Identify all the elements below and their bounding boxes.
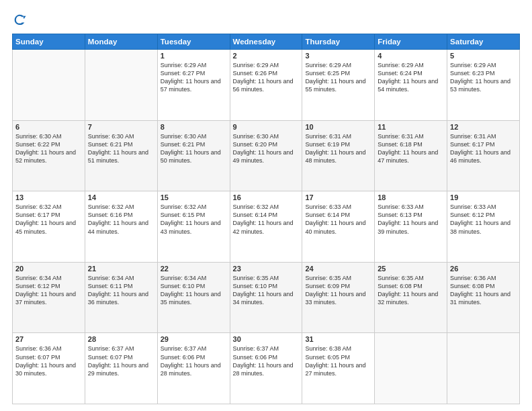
calendar-cell: 29Sunrise: 6:37 AM Sunset: 6:06 PM Dayli… bbox=[157, 333, 230, 404]
calendar-cell: 1Sunrise: 6:29 AM Sunset: 6:27 PM Daylig… bbox=[157, 50, 230, 121]
day-info: Sunrise: 6:30 AM Sunset: 6:22 PM Dayligh… bbox=[15, 132, 82, 165]
calendar-cell bbox=[85, 50, 157, 121]
day-info: Sunrise: 6:36 AM Sunset: 6:07 PM Dayligh… bbox=[15, 345, 82, 377]
day-number: 16 bbox=[233, 193, 300, 201]
calendar-cell: 10Sunrise: 6:31 AM Sunset: 6:19 PM Dayli… bbox=[302, 120, 375, 191]
day-number: 27 bbox=[15, 335, 82, 343]
day-info: Sunrise: 6:35 AM Sunset: 6:08 PM Dayligh… bbox=[378, 274, 444, 307]
calendar-cell bbox=[447, 333, 520, 404]
day-info: Sunrise: 6:34 AM Sunset: 6:11 PM Dayligh… bbox=[88, 274, 154, 307]
day-info: Sunrise: 6:29 AM Sunset: 6:23 PM Dayligh… bbox=[450, 61, 517, 94]
calendar-cell: 12Sunrise: 6:31 AM Sunset: 6:17 PM Dayli… bbox=[447, 120, 520, 191]
day-number: 23 bbox=[233, 265, 300, 273]
calendar-cell bbox=[13, 50, 85, 121]
day-number: 25 bbox=[378, 265, 444, 273]
day-info: Sunrise: 6:32 AM Sunset: 6:14 PM Dayligh… bbox=[233, 203, 300, 236]
day-info: Sunrise: 6:33 AM Sunset: 6:12 PM Dayligh… bbox=[450, 203, 517, 236]
day-number: 3 bbox=[305, 52, 371, 60]
calendar-cell: 22Sunrise: 6:34 AM Sunset: 6:10 PM Dayli… bbox=[157, 262, 230, 333]
calendar-cell: 2Sunrise: 6:29 AM Sunset: 6:26 PM Daylig… bbox=[230, 50, 302, 121]
day-info: Sunrise: 6:35 AM Sunset: 6:09 PM Dayligh… bbox=[305, 274, 371, 307]
day-info: Sunrise: 6:33 AM Sunset: 6:13 PM Dayligh… bbox=[378, 203, 444, 236]
logo-icon bbox=[12, 12, 27, 27]
day-number: 5 bbox=[450, 52, 517, 60]
col-header-monday: Monday bbox=[85, 34, 157, 50]
calendar-cell: 17Sunrise: 6:33 AM Sunset: 6:14 PM Dayli… bbox=[302, 191, 375, 263]
day-info: Sunrise: 6:30 AM Sunset: 6:21 PM Dayligh… bbox=[161, 132, 227, 165]
calendar-cell: 13Sunrise: 6:32 AM Sunset: 6:17 PM Dayli… bbox=[13, 191, 85, 263]
day-info: Sunrise: 6:31 AM Sunset: 6:19 PM Dayligh… bbox=[305, 132, 371, 165]
day-info: Sunrise: 6:34 AM Sunset: 6:12 PM Dayligh… bbox=[15, 274, 82, 307]
page: SundayMondayTuesdayWednesdayThursdayFrid… bbox=[0, 0, 532, 411]
day-number: 11 bbox=[378, 123, 444, 131]
calendar-cell: 7Sunrise: 6:30 AM Sunset: 6:21 PM Daylig… bbox=[85, 120, 157, 191]
calendar-cell: 16Sunrise: 6:32 AM Sunset: 6:14 PM Dayli… bbox=[230, 191, 302, 263]
col-header-thursday: Thursday bbox=[302, 34, 375, 50]
calendar-cell: 18Sunrise: 6:33 AM Sunset: 6:13 PM Dayli… bbox=[375, 191, 447, 263]
calendar-week-row: 20Sunrise: 6:34 AM Sunset: 6:12 PM Dayli… bbox=[13, 262, 520, 333]
calendar-cell: 14Sunrise: 6:32 AM Sunset: 6:16 PM Dayli… bbox=[85, 191, 157, 263]
day-number: 26 bbox=[450, 265, 517, 273]
day-number: 8 bbox=[161, 123, 227, 131]
calendar-cell: 27Sunrise: 6:36 AM Sunset: 6:07 PM Dayli… bbox=[13, 333, 85, 404]
calendar-cell: 11Sunrise: 6:31 AM Sunset: 6:18 PM Dayli… bbox=[375, 120, 447, 191]
day-number: 2 bbox=[233, 52, 300, 60]
day-number: 1 bbox=[161, 52, 227, 60]
calendar-header-row: SundayMondayTuesdayWednesdayThursdayFrid… bbox=[13, 34, 520, 50]
day-number: 15 bbox=[161, 193, 227, 201]
calendar-cell bbox=[375, 333, 447, 404]
day-number: 12 bbox=[450, 123, 517, 131]
day-number: 19 bbox=[450, 193, 517, 201]
calendar-week-row: 27Sunrise: 6:36 AM Sunset: 6:07 PM Dayli… bbox=[13, 333, 520, 404]
calendar-cell: 30Sunrise: 6:37 AM Sunset: 6:06 PM Dayli… bbox=[230, 333, 302, 404]
col-header-wednesday: Wednesday bbox=[230, 34, 302, 50]
day-number: 18 bbox=[378, 193, 444, 201]
day-number: 4 bbox=[378, 52, 444, 60]
day-info: Sunrise: 6:30 AM Sunset: 6:20 PM Dayligh… bbox=[233, 132, 300, 165]
day-number: 24 bbox=[305, 265, 371, 273]
day-number: 7 bbox=[88, 123, 154, 131]
day-info: Sunrise: 6:36 AM Sunset: 6:08 PM Dayligh… bbox=[450, 274, 517, 307]
day-number: 21 bbox=[88, 265, 154, 273]
col-header-friday: Friday bbox=[375, 34, 447, 50]
day-number: 14 bbox=[88, 193, 154, 201]
calendar-cell: 15Sunrise: 6:32 AM Sunset: 6:15 PM Dayli… bbox=[157, 191, 230, 263]
calendar-week-row: 6Sunrise: 6:30 AM Sunset: 6:22 PM Daylig… bbox=[13, 120, 520, 191]
day-info: Sunrise: 6:37 AM Sunset: 6:06 PM Dayligh… bbox=[233, 345, 300, 377]
calendar-cell: 26Sunrise: 6:36 AM Sunset: 6:08 PM Dayli… bbox=[447, 262, 520, 333]
day-info: Sunrise: 6:37 AM Sunset: 6:07 PM Dayligh… bbox=[88, 345, 154, 377]
day-number: 20 bbox=[15, 265, 82, 273]
day-info: Sunrise: 6:29 AM Sunset: 6:24 PM Dayligh… bbox=[378, 61, 444, 94]
calendar-cell: 31Sunrise: 6:38 AM Sunset: 6:05 PM Dayli… bbox=[302, 333, 375, 404]
calendar-week-row: 13Sunrise: 6:32 AM Sunset: 6:17 PM Dayli… bbox=[13, 191, 520, 263]
day-number: 22 bbox=[161, 265, 227, 273]
day-info: Sunrise: 6:29 AM Sunset: 6:26 PM Dayligh… bbox=[233, 61, 300, 94]
day-info: Sunrise: 6:38 AM Sunset: 6:05 PM Dayligh… bbox=[305, 345, 371, 377]
day-info: Sunrise: 6:33 AM Sunset: 6:14 PM Dayligh… bbox=[305, 203, 371, 236]
day-info: Sunrise: 6:30 AM Sunset: 6:21 PM Dayligh… bbox=[88, 132, 154, 165]
calendar-cell: 4Sunrise: 6:29 AM Sunset: 6:24 PM Daylig… bbox=[375, 50, 447, 121]
day-info: Sunrise: 6:35 AM Sunset: 6:10 PM Dayligh… bbox=[233, 274, 300, 307]
col-header-saturday: Saturday bbox=[447, 34, 520, 50]
calendar-cell: 28Sunrise: 6:37 AM Sunset: 6:07 PM Dayli… bbox=[85, 333, 157, 404]
calendar-table: SundayMondayTuesdayWednesdayThursdayFrid… bbox=[12, 34, 520, 404]
calendar-cell: 6Sunrise: 6:30 AM Sunset: 6:22 PM Daylig… bbox=[13, 120, 85, 191]
calendar-cell: 3Sunrise: 6:29 AM Sunset: 6:25 PM Daylig… bbox=[302, 50, 375, 121]
calendar-cell: 5Sunrise: 6:29 AM Sunset: 6:23 PM Daylig… bbox=[447, 50, 520, 121]
day-info: Sunrise: 6:34 AM Sunset: 6:10 PM Dayligh… bbox=[161, 274, 227, 307]
day-info: Sunrise: 6:32 AM Sunset: 6:17 PM Dayligh… bbox=[15, 203, 82, 236]
col-header-tuesday: Tuesday bbox=[157, 34, 230, 50]
day-number: 13 bbox=[15, 193, 82, 201]
calendar-cell: 21Sunrise: 6:34 AM Sunset: 6:11 PM Dayli… bbox=[85, 262, 157, 333]
day-info: Sunrise: 6:37 AM Sunset: 6:06 PM Dayligh… bbox=[161, 345, 227, 377]
day-info: Sunrise: 6:32 AM Sunset: 6:15 PM Dayligh… bbox=[161, 203, 227, 236]
day-number: 17 bbox=[305, 193, 371, 201]
day-info: Sunrise: 6:31 AM Sunset: 6:18 PM Dayligh… bbox=[378, 132, 444, 165]
day-number: 10 bbox=[305, 123, 371, 131]
header bbox=[12, 12, 520, 27]
day-info: Sunrise: 6:29 AM Sunset: 6:27 PM Dayligh… bbox=[161, 61, 227, 94]
day-info: Sunrise: 6:32 AM Sunset: 6:16 PM Dayligh… bbox=[88, 203, 154, 236]
calendar-cell: 9Sunrise: 6:30 AM Sunset: 6:20 PM Daylig… bbox=[230, 120, 302, 191]
calendar-cell: 8Sunrise: 6:30 AM Sunset: 6:21 PM Daylig… bbox=[157, 120, 230, 191]
day-info: Sunrise: 6:31 AM Sunset: 6:17 PM Dayligh… bbox=[450, 132, 517, 165]
